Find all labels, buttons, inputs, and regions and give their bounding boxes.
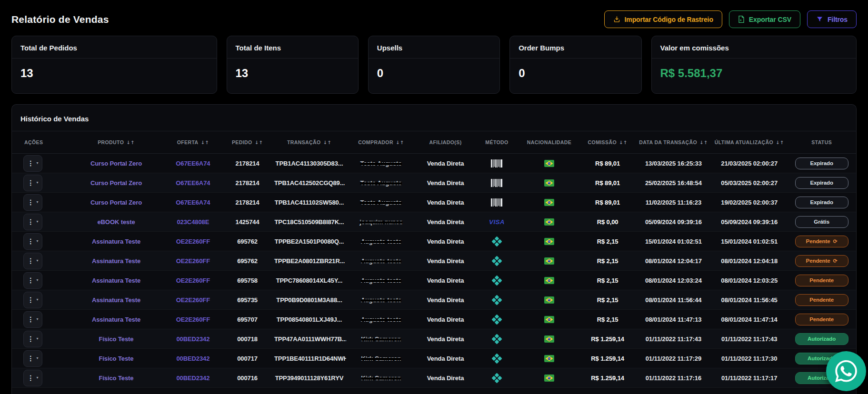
sort-icon[interactable]: ↓↑ bbox=[396, 140, 404, 145]
row-actions-button[interactable]: ⋮▾ bbox=[23, 155, 42, 172]
brazil-flag-icon bbox=[544, 199, 554, 206]
column-header-comprador[interactable]: COMPRADOR↓↑ bbox=[346, 131, 416, 154]
product-link[interactable]: Assinatura Teste bbox=[92, 316, 140, 323]
sort-icon[interactable]: ↓↑ bbox=[126, 140, 135, 145]
product-link[interactable]: eBOOK teste bbox=[97, 218, 135, 226]
product-cell: Assinatura Teste bbox=[69, 232, 163, 251]
offer-link[interactable]: OE2E260FF bbox=[176, 277, 210, 284]
row-actions-button[interactable]: ⋮▾ bbox=[23, 370, 42, 386]
column-header-produto[interactable]: PRODUTO↓↑ bbox=[69, 131, 163, 154]
table-row: ⋮▾Assinatura TesteOE2E260FF695735TPP0B9D… bbox=[12, 290, 856, 310]
sales-history-title: Histórico de Vendas bbox=[12, 105, 856, 131]
whatsapp-icon bbox=[835, 360, 857, 382]
pix-icon bbox=[492, 295, 502, 305]
status-badge: Pendente⟳ bbox=[795, 236, 848, 247]
row-actions-button[interactable]: ⋮▾ bbox=[23, 233, 42, 250]
method-cell bbox=[475, 329, 519, 349]
offer-link[interactable]: 023C4808E bbox=[177, 218, 209, 226]
product-link[interactable]: Assinatura Teste bbox=[92, 238, 140, 245]
commission-value: R$ 2,15 bbox=[597, 316, 619, 323]
import-tracking-button[interactable]: Importar Código de Rastreio bbox=[604, 10, 722, 28]
status-cell: Expirado bbox=[787, 193, 856, 212]
nationality-cell bbox=[519, 368, 580, 388]
offer-link[interactable]: OE2E260FF bbox=[176, 316, 210, 323]
commission-value: R$ 89,01 bbox=[595, 160, 620, 167]
affiliate-cell: Venda Direta bbox=[416, 368, 475, 388]
row-actions-button[interactable]: ⋮▾ bbox=[23, 253, 42, 269]
sort-icon[interactable]: ↓↑ bbox=[699, 140, 708, 145]
offer-link[interactable]: O67EE6A74 bbox=[176, 179, 210, 187]
table-row: ⋮▾Assinatura TesteOE2E260FF695762TPPBE2A… bbox=[12, 232, 856, 251]
actions-cell: ⋮▾ bbox=[12, 310, 69, 329]
summary-card: Upsells0 bbox=[368, 36, 500, 94]
row-actions-button[interactable]: ⋮▾ bbox=[23, 194, 42, 211]
last-update-cell: 01/11/2022 11:17:30 bbox=[711, 349, 787, 368]
sales-table: AÇÕESPRODUTO↓↑OFERTA↓↑PEDIDO↓↑TRANSAÇÃO↓… bbox=[12, 131, 856, 388]
method-cell bbox=[475, 251, 519, 271]
actions-cell: ⋮▾ bbox=[12, 193, 69, 212]
column-header-transacao[interactable]: TRANSAÇÃO↓↑ bbox=[272, 131, 346, 154]
offer-link[interactable]: 00BED2342 bbox=[176, 335, 210, 343]
column-header-ultima_atualizacao[interactable]: ÚLTIMA ATUALIZAÇÃO↓↑ bbox=[711, 131, 787, 154]
topbar: Relatório de Vendas Importar Código de R… bbox=[11, 0, 857, 28]
offer-link[interactable]: OE2E260FF bbox=[176, 238, 210, 245]
sort-icon[interactable]: ↓↑ bbox=[776, 140, 784, 145]
transaction-cell: TPP0B9D0801M3A88... bbox=[272, 290, 346, 310]
status-badge: Pendente bbox=[795, 294, 848, 306]
offer-link[interactable]: O67EE6A74 bbox=[176, 160, 210, 167]
whatsapp-fab[interactable] bbox=[826, 351, 866, 391]
filter-funnel-icon bbox=[816, 16, 823, 23]
status-label: Pendente bbox=[809, 277, 834, 283]
filters-button[interactable]: Filtros bbox=[807, 10, 857, 28]
product-link[interactable]: Curso Portal Zero bbox=[90, 179, 142, 187]
sort-icon[interactable]: ↓↑ bbox=[619, 140, 628, 145]
row-actions-button[interactable]: ⋮▾ bbox=[23, 350, 42, 367]
column-header-data_transacao[interactable]: DATA DA TRANSAÇÃO↓↑ bbox=[636, 131, 711, 154]
product-link[interactable]: Físico Teste bbox=[99, 335, 134, 343]
product-link[interactable]: Curso Portal Zero bbox=[90, 160, 142, 167]
table-row: ⋮▾Curso Portal ZeroO67EE6A742178214TPB1A… bbox=[12, 193, 856, 212]
product-link[interactable]: Físico Teste bbox=[99, 355, 134, 362]
sync-icon[interactable]: ⟳ bbox=[833, 238, 838, 245]
sort-icon[interactable]: ↓↑ bbox=[255, 140, 263, 145]
summary-card-value: R$ 5.581,37 bbox=[652, 59, 857, 88]
product-link[interactable]: Curso Portal Zero bbox=[90, 199, 142, 206]
offer-link[interactable]: 00BED2342 bbox=[176, 355, 210, 362]
pix-icon bbox=[492, 334, 502, 344]
sort-icon[interactable]: ↓↑ bbox=[200, 140, 209, 145]
chevron-down-icon: ▾ bbox=[36, 376, 38, 380]
row-actions-button[interactable]: ⋮▾ bbox=[23, 272, 42, 289]
row-actions-button[interactable]: ⋮▾ bbox=[23, 311, 42, 328]
import-tracking-label: Importar Código de Rastreio bbox=[625, 16, 713, 23]
sort-icon[interactable]: ↓↑ bbox=[323, 140, 332, 145]
offer-link[interactable]: 00BED2342 bbox=[176, 374, 210, 382]
last-update-cell: 01/11/2022 11:17:43 bbox=[711, 329, 787, 349]
offer-link[interactable]: OE2E260FF bbox=[176, 257, 210, 265]
transaction-cell: TPP3949011128Y61RYV bbox=[272, 368, 346, 388]
product-link[interactable]: Assinatura Teste bbox=[92, 257, 140, 265]
offer-link[interactable]: OE2E260FF bbox=[176, 296, 210, 304]
transaction-cell: TPB1AC412502CGQ89... bbox=[272, 173, 346, 193]
chevron-down-icon: ▾ bbox=[36, 181, 38, 185]
product-link[interactable]: Físico Teste bbox=[99, 374, 134, 382]
row-actions-button[interactable]: ⋮▾ bbox=[23, 214, 42, 230]
row-actions-button[interactable]: ⋮▾ bbox=[23, 175, 42, 191]
status-badge: Expirado bbox=[795, 158, 848, 169]
affiliate-cell: Venda Direta bbox=[416, 251, 475, 271]
offer-link[interactable]: O67EE6A74 bbox=[176, 199, 210, 206]
transaction-date-cell: 15/01/2024 01:02:51 bbox=[636, 232, 711, 251]
export-csv-button[interactable]: x Exportar CSV bbox=[729, 10, 800, 28]
table-header-row: AÇÕESPRODUTO↓↑OFERTA↓↑PEDIDO↓↑TRANSAÇÃO↓… bbox=[12, 131, 856, 154]
row-actions-button[interactable]: ⋮▾ bbox=[23, 331, 42, 347]
offer-cell: 00BED2342 bbox=[164, 368, 223, 388]
column-header-comissao[interactable]: COMISSÃO↓↑ bbox=[579, 131, 635, 154]
row-actions-button[interactable]: ⋮▾ bbox=[23, 292, 42, 308]
product-link[interactable]: Assinatura Teste bbox=[92, 296, 140, 304]
column-header-pedido[interactable]: PEDIDO↓↑ bbox=[222, 131, 272, 154]
sync-icon[interactable]: ⟳ bbox=[833, 258, 838, 264]
order-cell: 2178214 bbox=[222, 154, 272, 173]
column-header-oferta[interactable]: OFERTA↓↑ bbox=[164, 131, 223, 154]
product-cell: Assinatura Teste bbox=[69, 271, 163, 290]
product-link[interactable]: Assinatura Teste bbox=[92, 277, 140, 284]
column-header-afiliados: AFILIADO(S) bbox=[416, 131, 475, 154]
